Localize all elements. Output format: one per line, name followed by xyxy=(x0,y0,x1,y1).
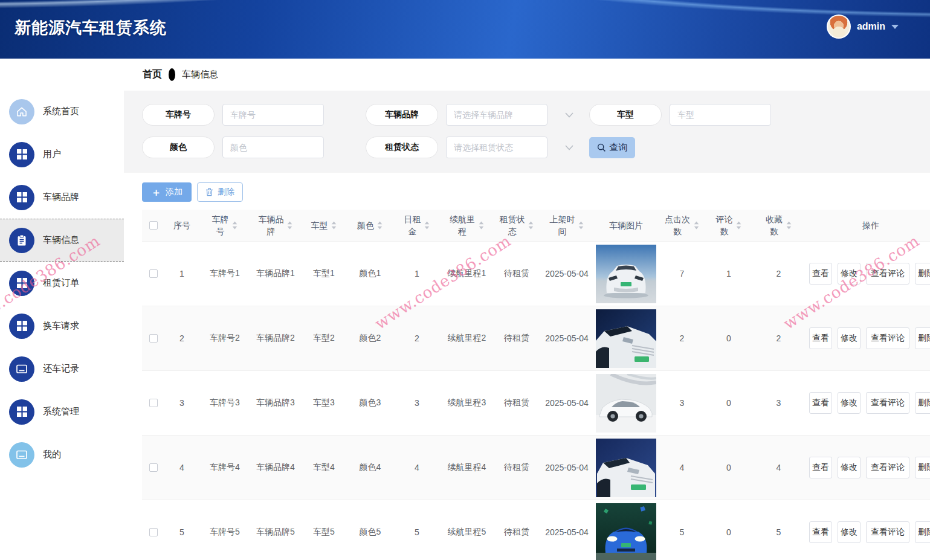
row-checkbox[interactable] xyxy=(149,528,158,536)
plate-filter-label: 车牌号 xyxy=(142,104,215,126)
column-header-brand[interactable]: 车辆品牌 xyxy=(251,213,300,238)
column-header-favorites[interactable]: 收藏数 xyxy=(753,213,804,238)
sort-icon[interactable] xyxy=(231,220,238,230)
row-checkbox[interactable] xyxy=(149,463,158,472)
filter-panel: 车牌号 车辆品牌 车型 颜色 xyxy=(124,91,930,173)
sidebar-item-vehicle-brand[interactable]: 车辆品牌 xyxy=(0,176,124,219)
edit-button[interactable]: 修改 xyxy=(838,392,861,414)
cell-clicks: 7 xyxy=(659,269,705,278)
cell-checkbox xyxy=(142,528,165,536)
column-header-color[interactable]: 颜色 xyxy=(347,219,393,231)
edit-button[interactable]: 修改 xyxy=(838,457,861,478)
plate-filter-input[interactable] xyxy=(222,104,324,126)
sidebar-item-label: 还车记录 xyxy=(43,363,79,375)
column-header-seq: 序号 xyxy=(165,219,199,231)
sidebar-item-system-management[interactable]: 系统管理 xyxy=(0,390,124,433)
column-header-daily_rent[interactable]: 日租金 xyxy=(393,213,441,238)
sidebar-item-return-records[interactable]: 还车记录 xyxy=(0,347,124,390)
select-all-checkbox[interactable] xyxy=(149,221,158,230)
sort-icon[interactable] xyxy=(331,220,337,230)
sidebar-item-label: 租赁订单 xyxy=(43,277,79,289)
delete-row-button[interactable]: 删除 xyxy=(915,521,930,543)
view-comments-button[interactable]: 查看评论 xyxy=(866,392,909,414)
row-checkbox[interactable] xyxy=(149,334,158,343)
sort-icon[interactable] xyxy=(578,220,584,230)
view-button[interactable]: 查看 xyxy=(809,263,832,285)
sort-icon[interactable] xyxy=(693,220,700,230)
card-icon xyxy=(9,442,34,468)
view-comments-button[interactable]: 查看评论 xyxy=(866,263,909,285)
user-menu[interactable]: admin xyxy=(827,14,899,39)
status-filter-select[interactable] xyxy=(446,137,547,158)
status-filter: 租赁状态 xyxy=(366,137,589,158)
sidebar-item-vehicle-info[interactable]: 车辆信息 xyxy=(0,219,124,262)
brand-filter-select[interactable] xyxy=(446,104,547,126)
view-comments-button[interactable]: 查看评论 xyxy=(866,457,909,478)
avatar[interactable] xyxy=(827,14,851,39)
cell-brand: 车辆品牌4 xyxy=(251,462,300,473)
search-button[interactable]: 查询 xyxy=(589,137,635,158)
column-header-comments[interactable]: 评论数 xyxy=(705,213,753,238)
sidebar-item-swap-requests[interactable]: 换车请求 xyxy=(0,304,124,347)
delete-button[interactable]: 删除 xyxy=(197,182,243,202)
edit-button[interactable]: 修改 xyxy=(838,327,861,349)
cell-status: 待租赁 xyxy=(492,333,541,344)
sort-icon[interactable] xyxy=(286,220,293,230)
cell-seq: 2 xyxy=(165,333,199,343)
cell-daily_rent: 3 xyxy=(393,398,441,408)
column-header-listed_date[interactable]: 上架时间 xyxy=(541,213,593,238)
sort-icon[interactable] xyxy=(735,220,742,230)
cell-range: 续航里程4 xyxy=(441,462,492,473)
vehicle-photo[interactable] xyxy=(596,309,656,368)
sort-icon[interactable] xyxy=(786,220,792,230)
view-button[interactable]: 查看 xyxy=(809,392,832,414)
chevron-down-icon[interactable] xyxy=(565,145,573,150)
delete-row-button[interactable]: 删除 xyxy=(915,457,930,478)
row-checkbox[interactable] xyxy=(149,269,158,278)
sort-icon[interactable] xyxy=(376,220,383,230)
vehicle-photo[interactable] xyxy=(596,374,656,433)
view-button[interactable]: 查看 xyxy=(809,521,832,543)
column-header-model[interactable]: 车型 xyxy=(300,219,347,231)
sidebar-item-system-home[interactable]: 系统首页 xyxy=(0,90,124,133)
view-button[interactable]: 查看 xyxy=(809,327,832,349)
table-header-row: 序号车牌号车辆品牌车型颜色日租金续航里程租赁状态上架时间车辆图片点击次数评论数收… xyxy=(142,210,930,241)
column-header-clicks[interactable]: 点击次数 xyxy=(659,213,705,238)
delete-row-button[interactable]: 删除 xyxy=(915,392,930,414)
edit-button[interactable]: 修改 xyxy=(838,263,861,285)
cell-daily_rent: 4 xyxy=(393,463,441,472)
cell-image xyxy=(593,439,659,497)
vehicle-photo[interactable] xyxy=(596,439,656,497)
model-filter-input[interactable] xyxy=(670,104,771,126)
delete-row-button[interactable]: 删除 xyxy=(915,263,930,285)
sidebar-item-users[interactable]: 用户 xyxy=(0,133,124,176)
column-header-plate[interactable]: 车牌号 xyxy=(199,213,251,238)
sidebar-item-mine[interactable]: 我的 xyxy=(0,433,124,476)
breadcrumb-home[interactable]: 首页 xyxy=(143,68,162,81)
column-header-range[interactable]: 续航里程 xyxy=(441,213,492,238)
view-button[interactable]: 查看 xyxy=(809,457,832,478)
chevron-down-icon[interactable] xyxy=(565,112,573,118)
cell-clicks: 5 xyxy=(659,527,705,537)
sort-icon[interactable] xyxy=(528,220,534,230)
grid-icon xyxy=(9,271,34,296)
view-comments-button[interactable]: 查看评论 xyxy=(866,521,909,543)
edit-button[interactable]: 修改 xyxy=(838,521,861,543)
cell-checkbox xyxy=(142,399,165,407)
column-header-status[interactable]: 租赁状态 xyxy=(492,213,541,238)
vehicle-photo[interactable] xyxy=(596,245,656,303)
cell-model: 车型5 xyxy=(300,527,347,538)
sidebar-item-label: 我的 xyxy=(43,449,61,460)
cell-daily_rent: 5 xyxy=(393,527,441,537)
color-filter-input[interactable] xyxy=(222,137,324,158)
sort-icon[interactable] xyxy=(478,220,485,230)
row-checkbox[interactable] xyxy=(149,399,158,407)
page-title: 新能源汽车租赁系统 xyxy=(15,17,167,39)
sidebar-item-rental-orders[interactable]: 租赁订单 xyxy=(0,262,124,304)
chevron-down-icon[interactable] xyxy=(891,25,899,29)
view-comments-button[interactable]: 查看评论 xyxy=(866,327,909,349)
delete-row-button[interactable]: 删除 xyxy=(915,327,930,349)
vehicle-photo[interactable] xyxy=(596,503,656,560)
sort-icon[interactable] xyxy=(424,220,430,230)
add-button[interactable]: ＋ 添加 xyxy=(142,182,192,202)
